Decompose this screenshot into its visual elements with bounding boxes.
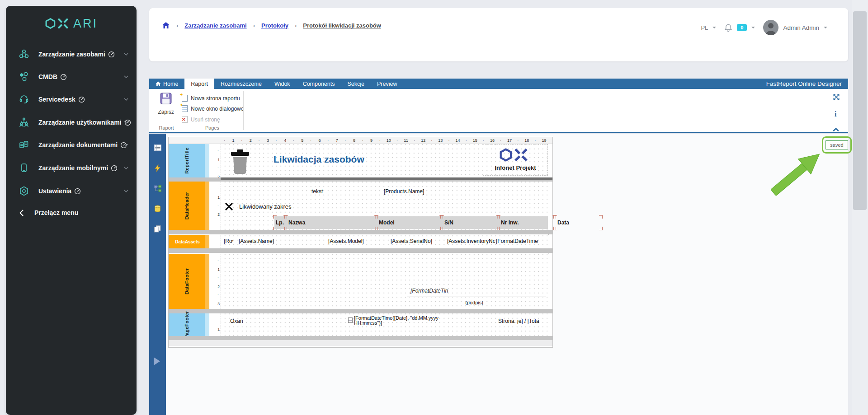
copy-pages-button[interactable] bbox=[154, 225, 162, 233]
tab-label: Rozmieszczenie bbox=[221, 81, 262, 87]
menu-item-label: Nowe okno dialogowe bbox=[191, 106, 244, 112]
tab-components[interactable]: Components bbox=[297, 79, 341, 89]
delete-page-button: Usuń stronę bbox=[182, 116, 220, 123]
tab-label: Preview bbox=[377, 81, 397, 87]
properties-panel-button[interactable] bbox=[154, 144, 162, 152]
assets-inventoryno-field[interactable]: [Assets.InventoryNo bbox=[447, 237, 495, 246]
tab-home[interactable]: Home bbox=[149, 79, 184, 89]
assets-serialno-field[interactable]: [Assets.SerialNo] bbox=[391, 237, 444, 246]
sidebar-item-ustawienia[interactable]: Ustawienia bbox=[6, 181, 137, 201]
assets-name-field[interactable]: [Assets.Name] bbox=[239, 237, 286, 246]
footer-company-text[interactable]: Oxari bbox=[228, 317, 282, 326]
home-icon[interactable] bbox=[162, 22, 170, 29]
ruler-mark: 8 bbox=[345, 137, 363, 144]
events-panel-button[interactable] bbox=[154, 164, 162, 172]
band-separator[interactable] bbox=[169, 248, 552, 253]
company-logo-object[interactable]: Infonet Projekt bbox=[483, 144, 548, 176]
table-header-nazwa[interactable]: Nazwa bbox=[286, 216, 376, 229]
dashboard-gauge-icon bbox=[78, 96, 85, 103]
breadcrumb-current: Protokół likwidacji zasobów bbox=[303, 22, 381, 29]
signature-date-field[interactable]: [FormatDateTin bbox=[410, 286, 456, 296]
footer-page-number[interactable]: Strona: je] / [Tota bbox=[498, 317, 548, 326]
band-report-title: ReportTitle 1·2· Likwidacja zasobów Info… bbox=[169, 144, 552, 177]
dashboard-gauge-icon bbox=[108, 51, 115, 58]
band-separator[interactable] bbox=[169, 177, 552, 182]
band-content-data-header: tekst [Products.Name] Likwidowany zakres… bbox=[221, 182, 547, 230]
row-number-field[interactable]: [Rov bbox=[224, 237, 233, 246]
sidebar-item-label: CMDB bbox=[38, 73, 57, 80]
save-button-label: Zapisz bbox=[156, 109, 176, 115]
breadcrumb-link-protokoly[interactable]: Protokoły bbox=[261, 22, 288, 29]
chevron-left-icon bbox=[19, 210, 24, 216]
sidebar-item-zarzadzanie-uzytkownikami[interactable]: Zarządzanie użytkownikami bbox=[6, 112, 137, 132]
sidebar-item-servicedesk[interactable]: Servicedesk bbox=[6, 89, 137, 109]
sidebar-item-zarzadzanie-mobilnymi[interactable]: Zarządzanie mobilnymi bbox=[6, 158, 137, 178]
signature-caption[interactable]: (podpis) bbox=[407, 298, 542, 308]
avatar[interactable] bbox=[763, 20, 778, 35]
chevron-down-icon bbox=[124, 190, 128, 192]
tab-rozmieszczenie[interactable]: Rozmieszczenie bbox=[214, 79, 268, 89]
bell-icon[interactable] bbox=[724, 23, 732, 32]
table-header-sn[interactable]: S/N bbox=[442, 216, 498, 229]
caret-down-icon[interactable] bbox=[751, 27, 755, 30]
band-content-report-title: Likwidacja zasobów Infonet Projekt bbox=[221, 144, 547, 177]
report-tree-button[interactable] bbox=[154, 184, 162, 192]
scrollbar-thumb[interactable] bbox=[853, 11, 867, 210]
data-sources-button[interactable] bbox=[154, 205, 162, 213]
report-title-text-object[interactable]: Likwidacja zasobów bbox=[274, 154, 382, 168]
trash-image-object[interactable] bbox=[227, 148, 254, 176]
table-header-nr-inw[interactable]: Nr inw. bbox=[498, 216, 555, 229]
designer-title: FastReport Online Designer bbox=[766, 79, 848, 89]
sidebar-item-zarzadzanie-zasobami[interactable]: Zarządzanie zasobami bbox=[6, 44, 137, 64]
save-button[interactable]: Zapisz bbox=[156, 93, 176, 115]
footer-datetime-field[interactable]: [FormatDateTime([Date], "dd.MM.yyyy HH:m… bbox=[354, 316, 456, 326]
breadcrumb-link-zasoby[interactable]: Zarządzanie zasobami bbox=[184, 22, 246, 29]
info-button[interactable]: i bbox=[835, 110, 836, 118]
tab-widok[interactable]: Widok bbox=[268, 79, 297, 89]
tab-raport[interactable]: Raport bbox=[184, 79, 214, 89]
caret-down-icon[interactable] bbox=[824, 27, 827, 30]
sidebar-item-zarzadzanie-dokumentami[interactable]: Zarządzanie dokumentami bbox=[6, 135, 137, 155]
band-label-page-footer[interactable]: PageFooter bbox=[169, 313, 205, 336]
collapse-menu-button[interactable]: Przełącz menu bbox=[6, 204, 137, 222]
new-dialog-page-button[interactable]: Nowe okno dialogowe bbox=[182, 105, 244, 112]
band-label-data-footer[interactable]: DataFooter bbox=[169, 254, 205, 309]
tab-sekcje[interactable]: Sekcje bbox=[341, 79, 371, 89]
format-datetime-field[interactable]: [FormatDateTime bbox=[496, 237, 548, 246]
sidebar: ARI Zarządzanie zasobami CMDB Servicedes… bbox=[6, 6, 137, 415]
band-content-data-footer: [FormatDateTin (podpis) bbox=[221, 254, 547, 309]
top-bar: › Zarządzanie zasobami › Protokoły › Pro… bbox=[149, 8, 848, 61]
band-separator[interactable] bbox=[169, 230, 552, 234]
oxari-logo-text: ARI bbox=[73, 17, 98, 31]
assets-network-icon bbox=[19, 49, 29, 60]
table-header-data[interactable]: Data bbox=[555, 216, 601, 229]
collapse-ribbon-button[interactable] bbox=[833, 125, 839, 133]
band-content-page-footer: Oxari [FormatDateTime([Date], "dd.MM.yyy… bbox=[221, 313, 547, 336]
band-separator[interactable] bbox=[169, 309, 552, 313]
user-name[interactable]: Admin Admin bbox=[783, 24, 819, 31]
band-label-data-assets[interactable]: DataAssets bbox=[169, 235, 205, 248]
language-selector[interactable]: PL bbox=[701, 24, 708, 31]
ruler-mark: 11 bbox=[397, 137, 415, 144]
band-data-header: DataHeader 1·2· tekst [Products.Name] Li… bbox=[169, 182, 552, 230]
band-label-data-header[interactable]: DataHeader bbox=[169, 182, 205, 230]
sidebar-item-cmdb[interactable]: CMDB bbox=[6, 67, 137, 87]
x-mark-object[interactable] bbox=[224, 202, 234, 211]
run-preview-button[interactable] bbox=[154, 357, 160, 365]
text-object[interactable]: tekst bbox=[310, 187, 350, 196]
new-report-page-button[interactable]: Nowa strona raportu bbox=[182, 95, 240, 102]
table-header-model[interactable]: Model bbox=[376, 216, 442, 229]
tab-label: Components bbox=[303, 81, 335, 87]
ruler-mark: 7 bbox=[328, 137, 345, 144]
scope-label-object[interactable]: Likwidowany zakres bbox=[236, 201, 294, 212]
assets-model-field[interactable]: [Assets.Model] bbox=[328, 237, 377, 246]
datetime-object-icon bbox=[348, 317, 353, 323]
ruler-mark: 4 bbox=[277, 137, 294, 144]
tab-preview[interactable]: Preview bbox=[371, 79, 403, 89]
band-separator[interactable] bbox=[169, 336, 552, 340]
products-name-field[interactable]: [Products.Name] bbox=[382, 187, 433, 196]
band-label-report-title[interactable]: ReportTitle bbox=[169, 144, 205, 177]
band-data-footer: DataFooter 1·2·3· [FormatDateTin (podpis… bbox=[169, 254, 552, 309]
fullscreen-button[interactable] bbox=[833, 93, 840, 103]
table-header-lp[interactable]: Lp. bbox=[274, 216, 286, 229]
